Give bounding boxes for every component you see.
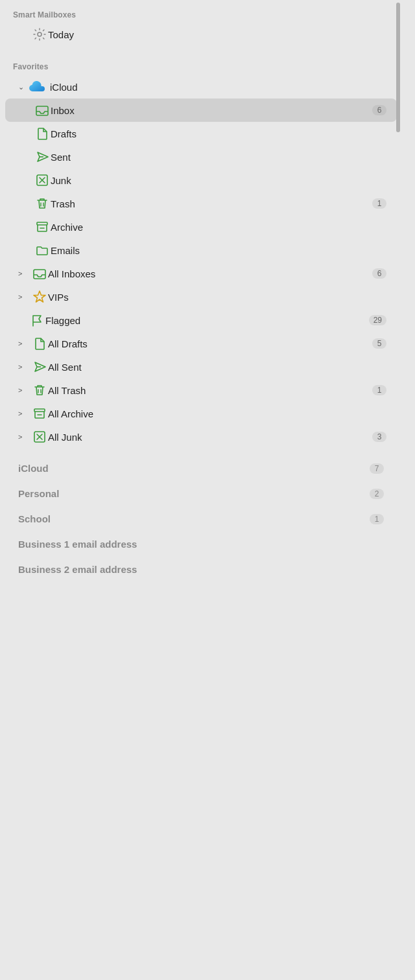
drafts-icon xyxy=(34,126,51,141)
school-account-label: School xyxy=(18,513,370,524)
all-archive-chevron-icon: > xyxy=(18,410,29,417)
personal-account-badge: 2 xyxy=(370,489,384,499)
all-sent-label: All Sent xyxy=(48,362,386,373)
all-archive-icon xyxy=(31,406,48,421)
all-trash-icon xyxy=(31,383,48,397)
icloud-row[interactable]: ⌄ iCloud xyxy=(5,75,397,99)
all-trash-chevron-icon: > xyxy=(18,386,29,394)
sidebar-item-trash[interactable]: Trash 1 xyxy=(5,192,397,215)
flagged-badge: 29 xyxy=(369,315,386,325)
today-label: Today xyxy=(48,29,386,40)
inbox-icon xyxy=(34,103,51,117)
favorites-header: Favorites xyxy=(0,52,402,75)
smart-mailboxes-header: Smart Mailboxes xyxy=(0,0,402,23)
business1-account-row[interactable]: Business 1 email address xyxy=(5,533,397,555)
all-trash-label: All Trash xyxy=(48,385,372,396)
business2-account-label: Business 2 email address xyxy=(18,564,384,575)
sent-label: Sent xyxy=(51,152,386,163)
junk-icon xyxy=(34,173,51,187)
all-drafts-label: All Drafts xyxy=(48,338,372,349)
sidebar-item-today[interactable]: Today xyxy=(5,23,397,45)
scrollbar[interactable] xyxy=(396,0,401,980)
all-junk-badge: 3 xyxy=(372,432,386,442)
all-sent-chevron-icon: > xyxy=(18,363,29,371)
inbox-label: Inbox xyxy=(51,105,372,116)
all-junk-chevron-icon: > xyxy=(18,433,29,441)
svg-rect-4 xyxy=(34,409,45,412)
school-account-badge: 1 xyxy=(370,514,384,524)
flagged-label: Flagged xyxy=(45,315,369,326)
all-archive-label: All Archive xyxy=(48,408,386,419)
business2-account-row[interactable]: Business 2 email address xyxy=(5,559,397,580)
all-drafts-icon xyxy=(31,336,48,351)
personal-account-label: Personal xyxy=(18,488,370,499)
sidebar-item-sent[interactable]: Sent xyxy=(5,145,397,169)
trash-badge: 1 xyxy=(372,198,386,209)
icloud-account-badge: 7 xyxy=(370,463,384,474)
flag-icon xyxy=(29,313,45,327)
sidebar-item-vips[interactable]: > VIPs xyxy=(5,285,397,309)
archive-icon xyxy=(34,220,51,234)
emails-label: Emails xyxy=(51,245,386,256)
all-junk-icon xyxy=(31,430,48,444)
business1-account-label: Business 1 email address xyxy=(18,539,384,550)
trash-icon xyxy=(34,196,51,211)
svg-rect-2 xyxy=(37,222,47,225)
vips-label: VIPs xyxy=(48,292,386,303)
trash-label: Trash xyxy=(51,198,372,209)
drafts-label: Drafts xyxy=(51,128,386,139)
all-trash-badge: 1 xyxy=(372,385,386,395)
sidebar: Smart Mailboxes Today Favorites ⌄ xyxy=(0,0,402,980)
sidebar-item-inbox[interactable]: Inbox 6 xyxy=(5,99,397,122)
sidebar-item-all-inboxes[interactable]: > All Inboxes 6 xyxy=(5,262,397,285)
icloud-label: iCloud xyxy=(50,82,78,93)
icloud-account-row[interactable]: iCloud 7 xyxy=(5,458,397,479)
svg-rect-0 xyxy=(36,106,48,115)
junk-label: Junk xyxy=(51,175,386,186)
icloud-chevron-icon: ⌄ xyxy=(18,83,24,91)
icloud-account-label: iCloud xyxy=(18,463,370,474)
scrollbar-thumb[interactable] xyxy=(396,3,400,132)
sidebar-item-all-trash[interactable]: > All Trash 1 xyxy=(5,379,397,402)
all-drafts-chevron-icon: > xyxy=(18,340,29,347)
icloud-icon xyxy=(28,80,46,93)
school-account-row[interactable]: School 1 xyxy=(5,508,397,530)
all-drafts-badge: 5 xyxy=(372,338,386,349)
archive-label: Archive xyxy=(51,222,386,233)
all-junk-label: All Junk xyxy=(48,432,372,443)
star-icon xyxy=(31,290,48,304)
svg-rect-3 xyxy=(34,270,45,279)
sidebar-item-all-sent[interactable]: > All Sent xyxy=(5,355,397,379)
sent-icon xyxy=(34,150,51,164)
sidebar-item-all-archive[interactable]: > All Archive xyxy=(5,402,397,425)
all-inboxes-icon xyxy=(31,266,48,281)
all-inboxes-badge: 6 xyxy=(372,268,386,279)
sidebar-item-archive[interactable]: Archive xyxy=(5,215,397,239)
sidebar-item-emails[interactable]: Emails xyxy=(5,239,397,262)
sidebar-item-all-drafts[interactable]: > All Drafts 5 xyxy=(5,332,397,355)
gear-icon xyxy=(31,28,48,41)
inbox-badge: 6 xyxy=(372,105,386,115)
all-inboxes-chevron-icon: > xyxy=(18,270,29,277)
sidebar-item-flagged[interactable]: Flagged 29 xyxy=(5,309,397,332)
all-inboxes-label: All Inboxes xyxy=(48,268,372,279)
folder-icon xyxy=(34,243,51,257)
all-sent-icon xyxy=(31,360,48,374)
personal-account-row[interactable]: Personal 2 xyxy=(5,483,397,504)
vips-chevron-icon: > xyxy=(18,293,29,301)
sidebar-item-junk[interactable]: Junk xyxy=(5,169,397,192)
sidebar-item-all-junk[interactable]: > All Junk 3 xyxy=(5,425,397,449)
sidebar-item-drafts[interactable]: Drafts xyxy=(5,122,397,145)
